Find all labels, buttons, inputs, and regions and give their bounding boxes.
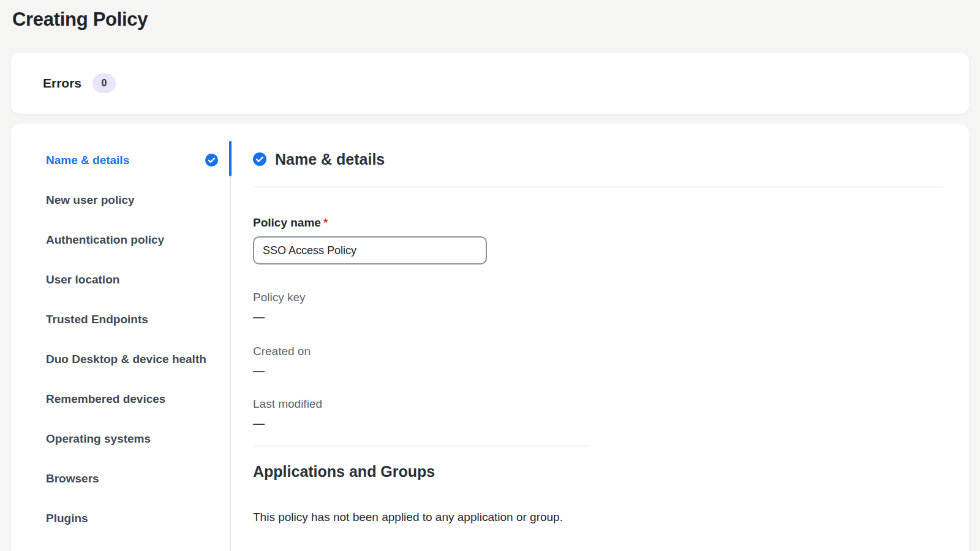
- sidebar-item-label: New user policy: [46, 192, 135, 209]
- errors-label: Errors: [43, 76, 81, 91]
- sidebar-item-authentication-policy[interactable]: Authentication policy: [46, 231, 218, 249]
- errors-panel: Errors 0: [11, 53, 969, 114]
- check-circle-icon: [205, 154, 218, 167]
- active-section-indicator: [229, 141, 232, 176]
- sidebar-item-operating-systems[interactable]: Operating systems: [46, 430, 218, 448]
- policy-name-label: Policy name*: [253, 216, 943, 230]
- created-on-field: Created on —: [253, 344, 943, 378]
- applications-groups-title: Applications and Groups: [253, 463, 943, 479]
- section-divider: [253, 187, 943, 187]
- page-title: Creating Policy: [0, 0, 980, 31]
- created-on-label: Created on: [253, 344, 943, 359]
- applications-divider: [253, 446, 590, 446]
- section-content: Name & details Policy name* Policy key —…: [230, 124, 969, 551]
- policy-editor-panel: Name & details New user policy Authentic…: [11, 124, 969, 551]
- policy-name-field: Policy name*: [253, 216, 943, 264]
- sidebar-item-label: Trusted Endpoints: [46, 311, 148, 328]
- sidebar-item-label: Remembered devices: [46, 391, 165, 408]
- last-modified-label: Last modified: [253, 397, 943, 411]
- policy-key-label: Policy key: [253, 290, 943, 305]
- sidebar-item-label: Duo Desktop & device health: [46, 351, 206, 368]
- required-marker: *: [323, 216, 328, 229]
- sidebar-item-browsers[interactable]: Browsers: [46, 470, 218, 487]
- sidebar-item-trusted-endpoints[interactable]: Trusted Endpoints: [46, 311, 218, 328]
- sidebar-item-label: Browsers: [46, 470, 99, 487]
- errors-count-badge: 0: [92, 73, 116, 93]
- last-modified-field: Last modified —: [253, 397, 943, 431]
- sidebar-item-remembered-devices[interactable]: Remembered devices: [46, 391, 218, 408]
- sidebar-item-plugins[interactable]: Plugins: [46, 510, 218, 527]
- sidebar-item-label: Plugins: [46, 510, 88, 527]
- sidebar-item-user-location[interactable]: User location: [46, 271, 218, 288]
- sidebar-item-label: Authentication policy: [46, 231, 164, 249]
- policy-key-field: Policy key —: [253, 290, 943, 324]
- check-circle-icon: [253, 152, 266, 166]
- last-modified-value: —: [253, 416, 943, 431]
- policy-key-value: —: [253, 310, 943, 324]
- section-title: Name & details: [275, 150, 385, 168]
- sidebar-item-name-details[interactable]: Name & details: [46, 152, 218, 169]
- policy-name-input[interactable]: [253, 236, 487, 264]
- section-header: Name & details: [253, 150, 943, 168]
- created-on-value: —: [253, 364, 943, 378]
- sidebar-item-label: User location: [46, 271, 119, 288]
- sidebar-item-duo-desktop-device-health[interactable]: Duo Desktop & device health: [46, 351, 218, 368]
- sidebar-item-new-user-policy[interactable]: New user policy: [46, 192, 218, 209]
- policy-sections-nav: Name & details New user policy Authentic…: [11, 124, 230, 551]
- sidebar-item-label: Operating systems: [46, 430, 151, 448]
- applications-empty-text: This policy has not been applied to any …: [253, 510, 943, 525]
- sidebar-item-label: Name & details: [46, 152, 129, 169]
- sidebar-divider: [230, 141, 231, 551]
